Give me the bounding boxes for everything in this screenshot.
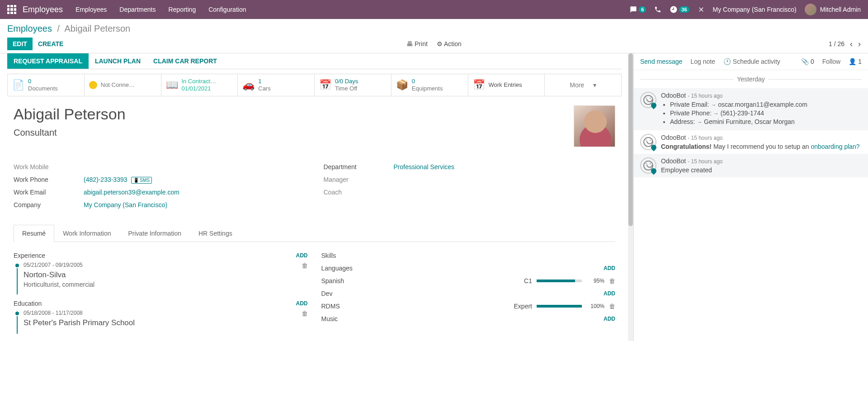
languages-header: Languages <box>321 265 353 272</box>
user-name: Mitchell Admin <box>820 6 861 13</box>
stat-documents[interactable]: 📄 0Documents <box>8 74 85 96</box>
date-separator: Yesterday <box>634 76 868 83</box>
followers-button[interactable]: 👤1 <box>849 58 862 65</box>
follow-button[interactable]: Follow <box>822 58 840 65</box>
skill-row[interactable]: RDMS Expert 100% 🗑 <box>321 300 616 313</box>
tab-private-info[interactable]: Private Information <box>119 225 190 242</box>
coach-label: Coach <box>324 189 394 196</box>
apps-icon[interactable] <box>7 5 16 14</box>
sms-button[interactable]: 📱 SMS <box>131 177 152 184</box>
breadcrumb-current: Abigail Peterson <box>65 24 131 33</box>
phone-icon[interactable] <box>654 6 661 13</box>
print-button[interactable]: 🖶 Print <box>406 40 428 47</box>
education-item[interactable]: 🗑 05/18/2008 - 11/17/2008 St Peter's Par… <box>14 310 308 327</box>
department-label: Department <box>324 163 394 171</box>
company-value[interactable]: My Company (San Francisco) <box>84 201 167 208</box>
car-icon: 🚗 <box>242 79 255 91</box>
employee-photo[interactable] <box>574 105 615 147</box>
send-message-button[interactable]: Send message <box>640 58 682 65</box>
clock-icon: 🕐 <box>723 58 731 65</box>
delete-icon[interactable]: 🗑 <box>302 310 308 317</box>
stat-more[interactable]: More ▾ <box>545 74 621 96</box>
progress-bar <box>537 280 582 282</box>
add-dev-button[interactable]: ADD <box>604 290 615 297</box>
user-avatar <box>805 4 816 15</box>
message-item: OdooBot - 15 hours ago Employee created <box>634 154 868 177</box>
stat-presence[interactable]: Not Conne… <box>85 74 161 96</box>
messages-badge: 6 <box>639 6 646 13</box>
nav-employees[interactable]: Employees <box>75 6 107 13</box>
manager-label: Manager <box>324 176 394 183</box>
arrow-right-icon: → <box>697 119 702 125</box>
pager-prev[interactable]: ‹ <box>850 39 853 49</box>
person-icon: 👤 <box>849 58 856 65</box>
document-icon: 📄 <box>12 79 24 91</box>
skill-row[interactable]: Spanish C1 95% 🗑 <box>321 275 616 287</box>
arrow-right-icon: → <box>711 102 716 108</box>
debug-icon[interactable] <box>698 6 705 13</box>
onboarding-plan-link[interactable]: onboarding plan? <box>811 143 859 150</box>
activities-icon[interactable]: 36 <box>670 5 689 14</box>
department-value[interactable]: Professional Services <box>394 163 455 171</box>
work-email-value[interactable]: abigail.peterson39@example.com <box>84 189 179 196</box>
progress-bar <box>537 305 582 308</box>
work-mobile-label: Work Mobile <box>14 163 84 171</box>
app-brand[interactable]: Employees <box>23 5 63 14</box>
action-button[interactable]: ⚙ Action <box>437 40 462 47</box>
scrollbar[interactable] <box>628 53 633 341</box>
nav-departments[interactable]: Departments <box>119 6 156 13</box>
chevron-down-icon: ▾ <box>593 81 596 89</box>
tab-resume[interactable]: Resumé <box>14 225 54 242</box>
company-switcher[interactable]: My Company (San Francisco) <box>713 6 797 13</box>
stat-work-entries[interactable]: 📅 Work Entries <box>468 74 545 96</box>
delete-icon[interactable]: 🗑 <box>609 303 615 310</box>
music-header: Music <box>321 315 338 322</box>
message-item: OdooBot - 15 hours ago Congratulations! … <box>634 130 868 154</box>
employee-title: Consultant <box>14 128 126 138</box>
stat-cars[interactable]: 🚗 1Cars <box>238 74 315 96</box>
delete-icon[interactable]: 🗑 <box>609 277 615 284</box>
stat-equipments[interactable]: 📦 0Equipments <box>392 74 468 96</box>
dev-header: Dev <box>321 290 333 297</box>
calendar-icon: 📅 <box>473 79 485 91</box>
stat-contract[interactable]: 📖 In Contract…01/01/2021 <box>161 74 238 96</box>
pager-text[interactable]: 1 / 26 <box>829 40 844 47</box>
tab-work-info[interactable]: Work Information <box>54 225 119 242</box>
breadcrumb: Employees / Abigail Peterson <box>7 24 861 34</box>
add-education-button[interactable]: ADD <box>296 300 308 307</box>
add-music-button[interactable]: ADD <box>604 316 615 322</box>
breadcrumb-root[interactable]: Employees <box>7 24 52 33</box>
tab-hr-settings[interactable]: HR Settings <box>190 225 241 242</box>
launch-plan-button[interactable]: LAUNCH PLAN <box>89 53 147 69</box>
user-menu[interactable]: Mitchell Admin <box>805 4 861 15</box>
log-note-button[interactable]: Log note <box>690 58 715 65</box>
work-email-label: Work Email <box>14 189 84 196</box>
add-language-button[interactable]: ADD <box>604 265 615 271</box>
book-icon: 📖 <box>166 79 178 91</box>
create-button[interactable]: CREATE <box>33 38 69 50</box>
claim-car-report-button[interactable]: CLAIM CAR REPORT <box>147 53 223 69</box>
arrow-right-icon: → <box>713 110 719 117</box>
delete-icon[interactable]: 🗑 <box>302 262 308 269</box>
edit-button[interactable]: EDIT <box>7 38 33 50</box>
experience-header: Experience <box>14 252 45 259</box>
stat-timeoff[interactable]: 📅 0/0 DaysTime Off <box>315 74 392 96</box>
request-appraisal-button[interactable]: REQUEST APPRAISAL <box>7 53 89 69</box>
schedule-activity-button[interactable]: 🕐 Schedule activity <box>723 58 780 65</box>
calendar-icon: 📅 <box>319 79 331 91</box>
bot-avatar <box>640 157 656 174</box>
pager-next[interactable]: › <box>858 39 861 49</box>
experience-item[interactable]: 🗑 05/21/2007 - 09/19/2005 Norton-Silva H… <box>14 262 308 288</box>
add-experience-button[interactable]: ADD <box>296 252 308 259</box>
bot-avatar <box>640 92 656 108</box>
activities-badge: 36 <box>679 6 689 13</box>
nav-reporting[interactable]: Reporting <box>168 6 196 13</box>
company-label: Company <box>14 201 84 208</box>
messages-icon[interactable]: 6 <box>629 6 646 13</box>
nav-configuration[interactable]: Configuration <box>208 6 246 13</box>
bot-avatar <box>640 134 656 150</box>
cubes-icon: 📦 <box>396 79 408 91</box>
paperclip-icon: 📎 <box>801 58 809 65</box>
attachments-button[interactable]: 📎0 <box>801 58 814 65</box>
work-phone-value[interactable]: (482)-233-3393 <box>84 176 127 183</box>
